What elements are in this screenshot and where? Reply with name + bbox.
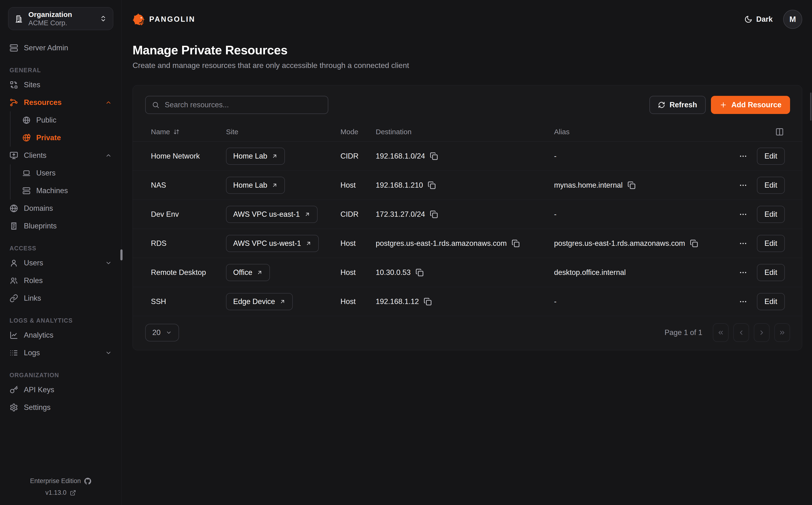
sidebar-item-server-admin[interactable]: Server Admin [8,39,113,57]
sidebar-item-label: Users [24,259,43,267]
more-actions-icon[interactable] [739,268,747,277]
sidebar-item-api-keys[interactable]: API Keys [8,381,113,399]
section-general: GENERAL [10,67,112,74]
copy-icon[interactable] [430,210,438,218]
site-link[interactable]: Home Lab [226,177,285,194]
table-row: NAS Home Lab Host 192.168.1.210 mynas.ho… [133,171,802,200]
edit-button[interactable]: Edit [757,293,785,310]
globe-icon [10,204,18,213]
next-page-button[interactable] [754,323,770,342]
sidebar-item-sites[interactable]: Sites [8,76,113,94]
more-actions-icon[interactable] [739,210,747,219]
brand[interactable]: PANGOLIN [133,13,195,25]
sidebar-item-logs[interactable]: Logs [8,344,113,362]
more-actions-icon[interactable] [739,181,747,190]
key-icon [10,385,18,394]
sidebar-item-users[interactable]: Users [8,254,113,272]
sidebar-item-client-users[interactable]: Users [21,164,113,182]
site-name: AWS VPC us-west-1 [233,239,301,248]
org-selector[interactable]: Organization ACME Corp. [8,7,113,30]
page-size-select[interactable]: 20 [145,324,179,341]
column-alias: Alias [554,128,570,136]
site-link[interactable]: Office [226,264,270,281]
brand-name: PANGOLIN [149,15,195,24]
table-row: Home Network Home Lab CIDR 192.168.1.0/2… [133,142,802,171]
resource-name: Dev Env [151,210,226,219]
copy-icon[interactable] [512,239,520,247]
sidebar-item-domains[interactable]: Domains [8,200,113,217]
clients-subnav: Users Machines [10,164,113,200]
edit-button[interactable]: Edit [757,177,785,194]
chevron-up-icon [105,99,112,106]
sidebar-item-label: Blueprints [24,222,57,230]
pagination: 20 Page 1 of 1 [133,323,802,342]
sidebar-item-machines[interactable]: Machines [21,182,113,200]
chevrons-right-icon [779,329,786,336]
globe-icon [22,116,30,124]
more-actions-icon[interactable] [739,152,747,160]
last-page-button[interactable] [774,323,790,342]
resource-alias: - [554,210,557,219]
site-link[interactable]: Home Lab [226,148,285,165]
columns-icon[interactable] [775,128,784,136]
page-scrollbar[interactable] [810,93,812,121]
monitor-up-icon [10,151,18,160]
column-destination: Destination [376,128,411,136]
sidebar-item-roles[interactable]: Roles [8,272,113,290]
sidebar-item-private[interactable]: Private [21,129,113,147]
copy-icon[interactable] [424,298,432,306]
copy-icon[interactable] [430,152,438,160]
theme-toggle[interactable]: Dark [744,15,773,24]
search-input[interactable] [164,101,322,110]
edition-link[interactable]: Enterprise Edition [30,477,91,485]
resource-mode: Host [341,268,376,277]
copy-icon[interactable] [428,181,436,189]
previous-page-button[interactable] [733,323,749,342]
add-resource-button[interactable]: Add Resource [711,96,790,114]
more-actions-icon[interactable] [739,297,747,306]
arrow-up-right-icon [256,270,263,276]
avatar[interactable]: M [783,10,802,29]
sidebar-item-resources[interactable]: Resources [8,94,113,111]
site-link[interactable]: Edge Device [226,293,293,310]
sidebar-item-label: Clients [24,151,46,160]
edit-button[interactable]: Edit [757,206,785,223]
resource-name: Remote Desktop [151,268,226,277]
logs-icon [10,349,18,357]
sidebar-resize-handle[interactable] [121,249,123,261]
globe-lock-icon [22,134,30,142]
section-organization: ORGANIZATION [10,372,112,379]
main-content: PANGOLIN Dark M Manage Private Resources… [122,0,812,505]
sidebar-item-analytics[interactable]: Analytics [8,326,113,344]
copy-icon[interactable] [690,239,698,247]
arrow-up-right-icon [306,240,312,246]
version-link[interactable]: v1.13.0 [45,489,76,496]
copy-icon[interactable] [416,269,424,277]
user-icon [10,259,18,267]
resource-destination: 10.30.0.53 [376,268,411,277]
site-link[interactable]: AWS VPC us-west-1 [226,235,319,252]
more-actions-icon[interactable] [739,239,747,248]
sidebar-item-links[interactable]: Links [8,290,113,307]
edit-button[interactable]: Edit [757,235,785,252]
edit-button[interactable]: Edit [757,148,785,165]
first-page-button[interactable] [713,323,729,342]
sidebar-item-label: Links [24,294,41,303]
edit-button[interactable]: Edit [757,264,785,281]
sort-icon[interactable] [173,129,180,135]
table-row: Dev Env AWS VPC us-east-1 CIDR 172.31.27… [133,200,802,229]
sidebar-item-blueprints[interactable]: Blueprints [8,217,113,235]
gear-icon [10,403,18,412]
copy-icon[interactable] [627,181,636,189]
refresh-button[interactable]: Refresh [649,96,705,114]
site-link[interactable]: AWS VPC us-east-1 [226,206,318,223]
organization-icon [15,14,23,23]
section-logs-analytics: LOGS & ANALYTICS [10,317,112,324]
sidebar-item-clients[interactable]: Clients [8,147,113,164]
page-size-value: 20 [152,328,161,337]
sidebar-item-settings[interactable]: Settings [8,399,113,416]
server-icon [22,187,30,195]
sidebar-item-public[interactable]: Public [21,111,113,129]
site-name: AWS VPC us-east-1 [233,210,300,219]
chevrons-left-icon [717,329,724,336]
